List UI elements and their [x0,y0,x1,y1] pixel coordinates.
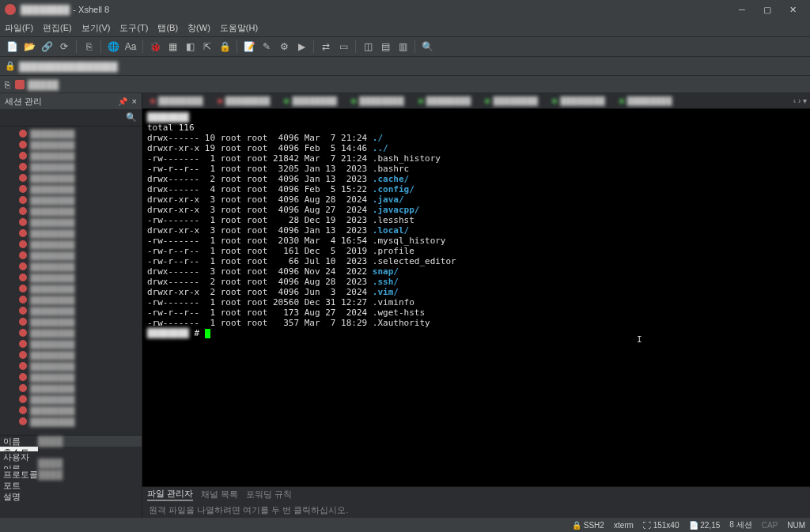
sidebar-close-icon[interactable]: × [132,96,137,106]
separator [355,40,356,53]
bottom-tab[interactable]: 채널 목록 [201,489,238,500]
font-icon[interactable]: Aa [123,40,138,54]
terminal-tab[interactable]: ████████ [279,94,342,108]
tree-item[interactable]: ████████ [0,349,142,360]
terminal-tab[interactable]: ████████ [547,94,610,108]
detach-icon[interactable]: ⇱ [200,40,214,54]
tree-item[interactable]: ████████ [0,128,142,139]
tree-item[interactable]: ████████ [0,172,142,183]
session-icon [19,218,27,226]
exec-icon[interactable]: ⚙ [277,40,291,54]
tree-item[interactable]: ████████ [0,217,142,228]
pin-icon[interactable]: 📌 [118,97,127,106]
menu-item[interactable]: 보기(V) [81,22,111,34]
terminal-tab[interactable]: ████████ [346,94,409,108]
menu-item[interactable]: 도움말(H) [220,22,258,34]
menu-item[interactable]: 창(W) [187,22,210,34]
tree-item[interactable]: ████████ [0,206,142,217]
tree-item[interactable]: ████████ [0,228,142,239]
view1-icon[interactable]: ◫ [361,40,375,54]
tree-label: ████████ [30,274,75,282]
tree-label: ████████ [30,262,75,271]
tree-item[interactable]: ████████ [0,283,142,294]
prompt-line[interactable]: ████████ # [147,328,805,338]
view3-icon[interactable]: ▥ [396,40,410,54]
bottom-tab[interactable]: 파일 관리자 [147,488,193,501]
open-icon[interactable]: 📂 [22,40,36,54]
tree-item[interactable]: ████████ [0,327,142,338]
bottom-hint[interactable]: 원격 파일을 나열하려면 여기를 두 번 클릭하십시오. [142,502,810,518]
tree-item[interactable]: ████████ [0,161,142,172]
app-icon [5,4,16,15]
tree-item[interactable]: ████████ [0,338,142,349]
tab-list-icon[interactable]: ⎘ [5,80,10,89]
tree-label: ████████ [30,417,75,426]
menu-item[interactable]: 도구(T) [119,22,148,34]
terminal-tab[interactable]: ████████ [213,94,275,108]
status-sessions: 8 세션 [729,519,751,530]
tree-item[interactable]: ████████ [0,183,142,194]
minimize-button[interactable]: ─ [729,0,755,19]
menu-item[interactable]: 탭(B) [157,22,178,34]
tree-item[interactable]: ████████ [0,139,142,150]
ls-row: drwxr-xr-x 19 root root 4096 Feb 5 14:46… [147,143,805,153]
tree-label: ████████ [30,329,75,338]
bug-icon[interactable]: 🐞 [148,40,162,54]
ls-row: -rw------- 1 root root 357 Mar 7 18:29 .… [147,318,805,328]
total-line: total 116 [147,123,805,133]
sidebar-search[interactable]: 🔍 [0,109,142,126]
tree-item[interactable]: ████████ [0,372,142,383]
link-icon[interactable]: 🔗 [40,40,54,54]
tree-label: ████████ [30,351,75,360]
ls-row: -rw------- 1 root root 28 Dec 19 2023 .l… [147,215,805,225]
tree-item[interactable]: ████████ [0,294,142,305]
tree-item[interactable]: ████████ [0,194,142,206]
play-icon[interactable]: ▶ [294,40,308,54]
layout-icon[interactable]: ▭ [336,40,350,54]
terminal-tab[interactable]: ████████ [615,94,677,108]
tree-item[interactable]: ████████ [0,316,142,327]
tab-name[interactable]: █████ [28,80,59,89]
grid-icon[interactable]: ▦ [165,40,180,54]
menu-item[interactable]: 편집(E) [43,22,72,34]
tree-item[interactable]: ████████ [0,261,142,272]
edit-icon[interactable]: ✎ [259,40,274,54]
reload-icon[interactable]: ⟳ [57,40,71,54]
note-icon[interactable]: 📝 [242,40,256,54]
transfer-icon[interactable]: ⇄ [319,40,333,54]
session-tree[interactable]: ████████████████████████████████████████… [0,126,142,435]
tree-label: ████████ [30,384,75,393]
tree-item[interactable]: ████████ [0,360,142,372]
tree-item[interactable]: ████████ [0,416,142,427]
globe-icon[interactable]: 🌐 [106,40,120,54]
tree-item[interactable]: ████████ [0,150,142,161]
prop-row: 이름████ [0,436,142,447]
tree-item[interactable]: ████████ [0,239,142,250]
maximize-button[interactable]: ▢ [755,0,780,19]
tree-item[interactable]: ████████ [0,272,142,283]
terminal-tab[interactable]: ████████ [146,94,208,108]
close-button[interactable]: ✕ [780,0,805,19]
tree-item[interactable]: ████████ [0,383,142,394]
session-icon [19,207,27,215]
tree-item[interactable]: ████████ [0,405,142,416]
terminal-tab[interactable]: ████████ [414,94,476,108]
tree-item[interactable]: ████████ [0,305,142,316]
terminal[interactable]: ████████total 116drwx------ 10 root root… [142,109,810,486]
tree-item[interactable]: ████████ [0,250,142,261]
search-icon[interactable]: 🔍 [420,40,434,54]
address-bar[interactable]: 🔒 ████████████████ [0,57,810,76]
app-icon[interactable]: ◧ [183,40,197,54]
status-num: NUM [787,521,805,530]
sidebar-title: 세션 관리 [5,96,42,108]
terminal-tab[interactable]: ████████ [480,94,543,108]
lock-icon[interactable]: 🔒 [218,40,232,54]
copy-icon[interactable]: ⎘ [81,40,96,54]
view2-icon[interactable]: ▤ [378,40,392,54]
new-icon[interactable]: 📄 [5,40,19,54]
search-icon[interactable]: 🔍 [126,112,137,123]
tab-nav[interactable]: ‹ › ▾ [793,96,807,105]
bottom-tab[interactable]: 포워딩 규칙 [246,489,292,500]
tree-item[interactable]: ████████ [0,394,142,405]
menu-item[interactable]: 파일(F) [5,22,33,34]
